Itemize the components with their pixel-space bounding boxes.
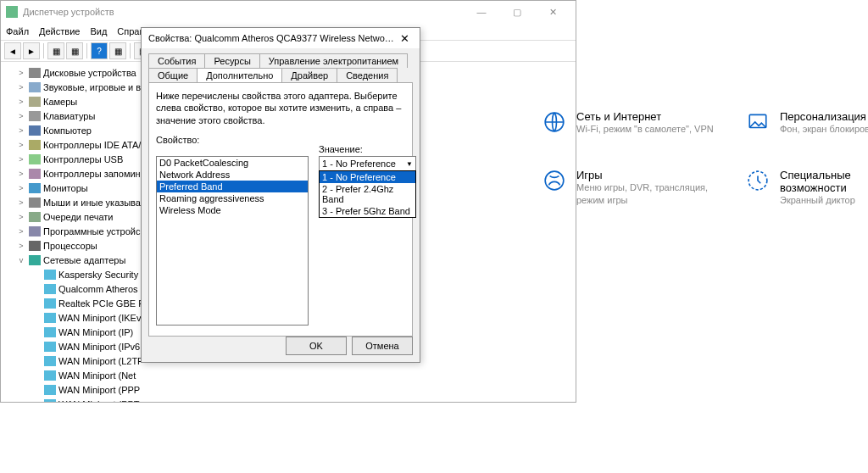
- network-adapter-icon: [44, 298, 56, 309]
- property-item[interactable]: D0 PacketCoalescing: [157, 157, 308, 169]
- toolbar-help-icon[interactable]: ?: [91, 42, 108, 59]
- device-category-icon: [29, 226, 41, 236]
- device-category-icon: [29, 198, 41, 208]
- tree-label: WAN Miniport (Net: [58, 370, 136, 381]
- device-category-icon: [29, 241, 41, 251]
- network-adapter-icon: [44, 270, 56, 280]
- toolbar-btn-2[interactable]: ▦: [66, 42, 83, 59]
- minimize-button[interactable]: —: [464, 2, 499, 22]
- device-category-icon: [29, 97, 41, 107]
- props-tab[interactable]: Драйвер: [281, 68, 337, 82]
- props-tab[interactable]: Дополнительно: [197, 68, 282, 82]
- expand-icon[interactable]: >: [16, 141, 26, 149]
- tree-label: WAN Miniport (IPv6: [58, 342, 140, 352]
- dm-titlebar[interactable]: Диспетчер устройств — ▢ ✕: [1, 1, 576, 23]
- tree-label: Дисковые устройства: [43, 68, 136, 78]
- toolbar-back[interactable]: ◄: [4, 42, 21, 59]
- expand-icon[interactable]: >: [16, 198, 26, 207]
- property-listbox[interactable]: D0 PacketCoalescingNetwork AddressPrefer…: [156, 156, 309, 326]
- device-category-icon: [29, 82, 41, 92]
- maximize-button[interactable]: ▢: [499, 2, 535, 22]
- device-category-icon: [29, 255, 41, 265]
- properties-dialog: Свойства: Qualcomm Atheros QCA9377 Wirel…: [141, 27, 420, 363]
- svg-point-2: [545, 171, 564, 190]
- props-titlebar[interactable]: Свойства: Qualcomm Atheros QCA9377 Wirel…: [142, 28, 420, 48]
- tree-label: Компьютер: [43, 125, 92, 136]
- ok-button[interactable]: OK: [286, 337, 347, 355]
- tree-label: Мыши и иные указыва: [43, 198, 141, 208]
- device-category-icon: [29, 169, 41, 179]
- dm-app-icon: [6, 6, 18, 18]
- toolbar-fwd[interactable]: ►: [23, 42, 40, 59]
- tree-label: Qualcomm Atheros: [58, 284, 138, 294]
- network-adapter-icon: [44, 370, 56, 381]
- network-adapter-icon: [44, 399, 56, 403]
- device-category-icon: [29, 212, 41, 222]
- expand-icon[interactable]: >: [16, 126, 26, 135]
- expand-icon[interactable]: >: [16, 184, 26, 192]
- network-adapter-icon: [44, 356, 56, 366]
- device-category-icon: [29, 140, 41, 150]
- network-adapter-icon: [44, 313, 56, 323]
- cancel-button[interactable]: Отмена: [352, 337, 413, 355]
- tree-node-adapter[interactable]: WAN Miniport (PPT: [3, 397, 574, 402]
- tree-label: Kaspersky Security D: [58, 270, 147, 280]
- tree-label: Процессоры: [43, 241, 97, 251]
- props-description: Ниже перечислены свойства этого адаптера…: [156, 90, 405, 126]
- expand-icon[interactable]: >: [16, 170, 26, 178]
- value-label: Значение:: [319, 144, 363, 154]
- tree-label: Программные устройс: [43, 226, 140, 236]
- paint-icon: [746, 110, 770, 134]
- tile-network[interactable]: Сеть и ИнтернетWi-Fi, режим "в самолете"…: [542, 110, 737, 135]
- property-item[interactable]: Preferred Band: [157, 181, 308, 192]
- network-adapter-icon: [44, 385, 56, 395]
- value-option[interactable]: 1 - No Preference: [320, 171, 415, 183]
- expand-icon[interactable]: >: [16, 155, 26, 164]
- props-tab[interactable]: Ресурсы: [204, 53, 259, 68]
- toolbar-btn-3[interactable]: ▦: [109, 42, 126, 59]
- props-tabs: СобытияРесурсыУправление электропитанием…: [142, 48, 420, 82]
- tree-label: WAN Miniport (L2TP: [58, 356, 143, 366]
- expand-icon[interactable]: >: [16, 112, 26, 120]
- menu-file[interactable]: Файл: [6, 26, 29, 36]
- props-tab[interactable]: Управление электропитанием: [259, 53, 408, 68]
- value-option[interactable]: 2 - Prefer 2.4Ghz Band: [320, 183, 415, 205]
- tree-label: WAN Miniport (IKEv: [58, 313, 141, 323]
- props-tab[interactable]: События: [148, 53, 205, 68]
- property-item[interactable]: Network Address: [157, 169, 308, 181]
- expand-icon[interactable]: >: [16, 242, 26, 250]
- device-category-icon: [29, 125, 41, 136]
- expand-icon[interactable]: >: [16, 97, 26, 106]
- tree-label: Очереди печати: [43, 212, 114, 222]
- expand-icon[interactable]: >: [16, 69, 26, 77]
- value-combobox[interactable]: 1 - No Preference ▼ 1 - No Preference2 -…: [319, 156, 416, 218]
- expand-icon[interactable]: >: [16, 227, 26, 236]
- toolbar-btn-1[interactable]: ▦: [47, 42, 64, 59]
- props-tab[interactable]: Общие: [148, 68, 198, 82]
- props-tab[interactable]: Сведения: [337, 68, 398, 82]
- tree-label: Контроллеры USB: [43, 154, 123, 164]
- tile-personalization[interactable]: ПерсонализацияФон, экран блокировки: [746, 110, 868, 135]
- menu-view[interactable]: Вид: [90, 26, 107, 36]
- network-adapter-icon: [44, 342, 56, 352]
- tree-label: WAN Miniport (PPP: [58, 385, 140, 395]
- menu-action[interactable]: Действие: [39, 26, 80, 36]
- close-button[interactable]: ✕: [535, 2, 570, 22]
- property-item[interactable]: Roaming aggressiveness: [157, 192, 308, 204]
- expand-icon[interactable]: v: [16, 256, 26, 264]
- tile-accessibility[interactable]: Специальные возможностиЭкранный диктор: [746, 169, 868, 206]
- property-item[interactable]: Wireless Mode: [157, 204, 308, 216]
- value-dropdown[interactable]: 1 - No Preference2 - Prefer 2.4Ghz Band3…: [319, 170, 416, 218]
- expand-icon[interactable]: >: [16, 83, 26, 92]
- value-selected[interactable]: 1 - No Preference ▼: [319, 156, 416, 171]
- props-close-icon[interactable]: ✕: [396, 32, 413, 45]
- tile-gaming[interactable]: ИгрыМеню игры, DVR, трансляция, режим иг…: [542, 169, 737, 206]
- value-option[interactable]: 3 - Prefer 5Ghz Band: [320, 205, 415, 217]
- expand-icon[interactable]: >: [16, 213, 26, 221]
- props-body: Ниже перечислены свойства этого адаптера…: [148, 82, 413, 337]
- tree-node-adapter[interactable]: WAN Miniport (PPP: [3, 382, 574, 397]
- tree-node-adapter[interactable]: WAN Miniport (Net: [3, 368, 574, 382]
- globe-icon: [542, 110, 566, 134]
- tree-label: Звуковые, игровые и в: [43, 82, 141, 92]
- tree-label: Контроллеры запомин: [43, 169, 141, 179]
